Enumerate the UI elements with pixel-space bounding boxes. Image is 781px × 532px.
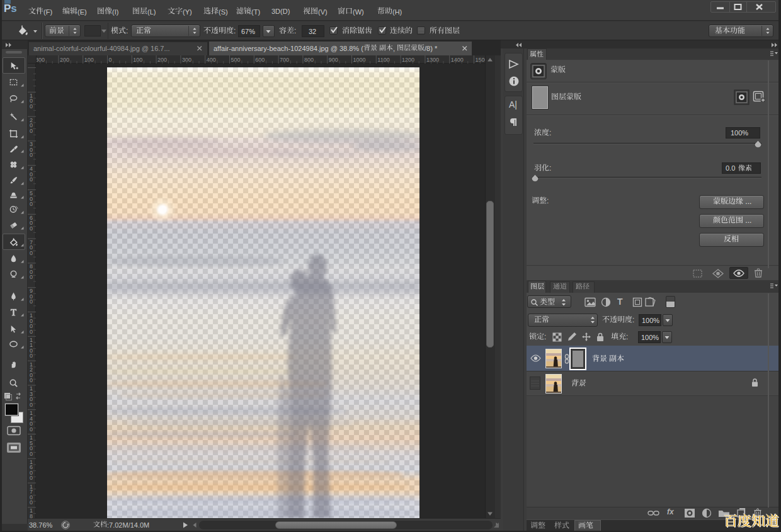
svg-text:0: 0 bbox=[30, 329, 33, 335]
svg-text:8: 8 bbox=[30, 513, 33, 518]
svg-text:0: 0 bbox=[30, 128, 33, 134]
svg-text:0: 0 bbox=[30, 426, 33, 433]
svg-text:0: 0 bbox=[30, 402, 33, 408]
svg-text:1100: 1100 bbox=[377, 57, 389, 63]
svg-text:0: 0 bbox=[30, 176, 33, 183]
svg-text:0: 0 bbox=[30, 201, 33, 207]
svg-text:0: 0 bbox=[30, 152, 33, 158]
svg-text:0: 0 bbox=[30, 250, 33, 256]
svg-text:0: 0 bbox=[30, 451, 33, 457]
svg-text:0: 0 bbox=[109, 57, 112, 63]
svg-text:0: 0 bbox=[30, 298, 33, 305]
svg-text:0: 0 bbox=[30, 103, 33, 110]
svg-text:0: 0 bbox=[30, 225, 33, 232]
svg-text:0: 0 bbox=[30, 377, 33, 383]
svg-text:0: 0 bbox=[30, 475, 33, 481]
svg-text:0: 0 bbox=[30, 499, 33, 506]
svg-text:0: 0 bbox=[30, 353, 33, 359]
svg-text:0: 0 bbox=[30, 274, 33, 280]
